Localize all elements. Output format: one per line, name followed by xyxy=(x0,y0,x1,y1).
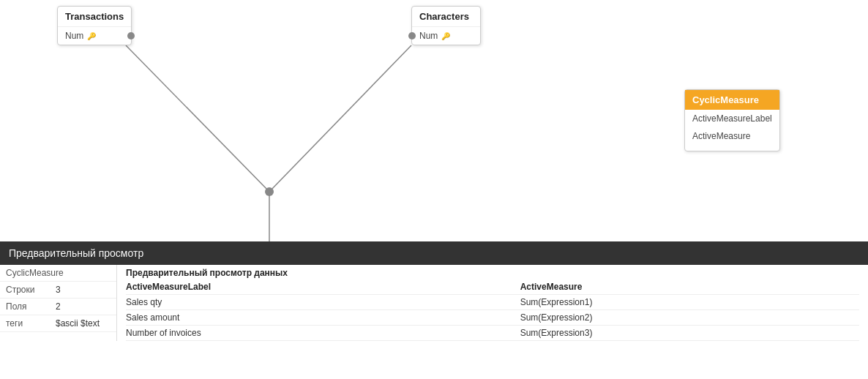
meta-fields-row: Поля 2 xyxy=(0,299,116,315)
fields-label: Поля xyxy=(6,301,50,312)
node-characters-title: Characters xyxy=(412,7,480,27)
preview-panel: Предварительный просмотр CyclicMeasure С… xyxy=(0,241,868,341)
key-icon-transactions: 🔑 xyxy=(87,32,96,40)
table-cell-0-1: Sum(Expression1) xyxy=(520,295,859,310)
col-header-label: ActiveMeasureLabel xyxy=(126,279,520,295)
node-cyclic-field-label: ActiveMeasureLabel xyxy=(685,110,779,127)
table-header-row: ActiveMeasureLabel ActiveMeasure xyxy=(126,279,859,295)
meta-cyclic-label: CyclicMeasure xyxy=(6,268,64,278)
table-cell-2-0: Number of invoices xyxy=(126,326,520,341)
table-cell-2-1: Sum(Expression3) xyxy=(520,326,859,341)
table-cell-0-0: Sales qty xyxy=(126,295,520,310)
preview-meta: CyclicMeasure Строки 3 Поля 2 теги $asci… xyxy=(0,265,117,341)
port-transactions[interactable] xyxy=(127,32,135,40)
node-cyclic-field-measure: ActiveMeasure xyxy=(685,127,779,145)
preview-content: CyclicMeasure Строки 3 Поля 2 теги $asci… xyxy=(0,265,868,341)
preview-data: Предварительный просмотр данных ActiveMe… xyxy=(117,265,868,341)
port-characters[interactable] xyxy=(408,32,416,40)
meta-title-row: CyclicMeasure xyxy=(0,265,116,282)
num-label-char: Num xyxy=(419,31,438,41)
preview-header: Предварительный просмотр xyxy=(0,241,868,265)
tags-value: $ascii $text xyxy=(56,318,100,329)
table-row: Number of invoicesSum(Expression3) xyxy=(126,326,859,341)
table-cell-1-0: Sales amount xyxy=(126,310,520,326)
node-transactions[interactable]: Transactions Num 🔑 xyxy=(57,6,132,45)
num-label: Num xyxy=(65,31,83,41)
junction-dot xyxy=(265,187,274,196)
node-characters-field-num: Num 🔑 xyxy=(412,27,480,45)
key-icon-characters: 🔑 xyxy=(441,32,450,40)
canvas-area: Transactions Num 🔑 Characters Num 🔑 Cycl… xyxy=(0,0,868,241)
rows-value: 3 xyxy=(56,285,61,295)
node-transactions-title: Transactions xyxy=(58,7,131,27)
data-section-title: Предварительный просмотр данных xyxy=(126,265,859,279)
col-header-measure: ActiveMeasure xyxy=(520,279,859,295)
table-row: Sales qtySum(Expression1) xyxy=(126,295,859,310)
node-cyclic-measure[interactable]: CyclicMeasure ActiveMeasureLabel ActiveM… xyxy=(684,89,780,151)
svg-line-1 xyxy=(269,45,411,192)
rows-label: Строки xyxy=(6,285,50,295)
table-row: Sales amountSum(Expression2) xyxy=(126,310,859,326)
node-transactions-field-num: Num 🔑 xyxy=(58,27,131,45)
data-table: ActiveMeasureLabel ActiveMeasure Sales q… xyxy=(126,279,859,341)
node-cyclic-title: CyclicMeasure xyxy=(685,90,779,110)
svg-line-0 xyxy=(126,45,269,192)
node-characters[interactable]: Characters Num 🔑 xyxy=(411,6,481,45)
tags-label: теги xyxy=(6,318,50,329)
meta-rows-row: Строки 3 xyxy=(0,282,116,299)
fields-value: 2 xyxy=(56,301,61,312)
meta-tags-row: теги $ascii $text xyxy=(0,315,116,332)
table-cell-1-1: Sum(Expression2) xyxy=(520,310,859,326)
